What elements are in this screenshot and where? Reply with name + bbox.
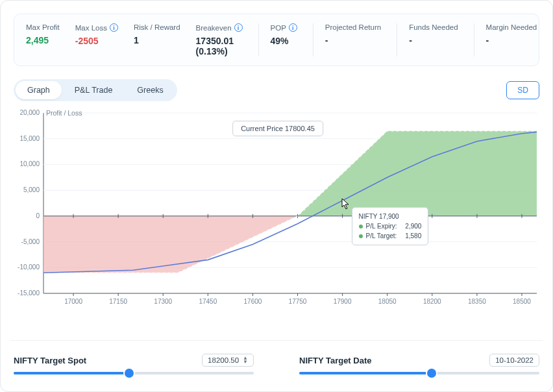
chart-svg: -15,000-10,000-5,00005,00010,00015,00020… bbox=[16, 109, 541, 310]
tab-graph[interactable]: Graph bbox=[16, 81, 62, 99]
svg-text:18350: 18350 bbox=[468, 298, 486, 305]
svg-text:17150: 17150 bbox=[109, 298, 127, 305]
metric-value: 2,495 bbox=[26, 35, 60, 45]
svg-text:-10,000: -10,000 bbox=[18, 263, 40, 271]
info-icon[interactable]: i bbox=[110, 23, 118, 32]
metric-funds-needed: Funds Needed - bbox=[397, 23, 473, 56]
chart-y-label: Profit / Loss bbox=[46, 109, 82, 117]
tabs: Graph P&L Trade Greeks bbox=[14, 79, 177, 101]
svg-text:-5,000: -5,000 bbox=[21, 238, 40, 245]
svg-text:18500: 18500 bbox=[513, 298, 531, 305]
sd-button[interactable]: SD bbox=[506, 81, 539, 99]
metric-label: POP i bbox=[271, 23, 297, 32]
metric-value: - bbox=[409, 35, 458, 45]
metric-label: Margin Needed bbox=[486, 23, 537, 31]
metric-label: Max Loss i bbox=[75, 23, 118, 32]
svg-text:17000: 17000 bbox=[64, 298, 82, 305]
svg-text:20,000: 20,000 bbox=[19, 109, 40, 116]
target-date-input[interactable]: 10-10-2022 bbox=[489, 354, 539, 367]
metric-value: - bbox=[486, 35, 537, 45]
tooltip-underlying: NIFTY 17,900 bbox=[359, 212, 422, 221]
metric-label: Max Profit bbox=[26, 23, 60, 31]
metrics-bar: Max Profit 2,495 Max Loss i -2505 Risk /… bbox=[14, 14, 539, 66]
slider-label: NIFTY Target Date bbox=[299, 356, 371, 365]
tab-greeks[interactable]: Greeks bbox=[125, 81, 175, 99]
slider-thumb[interactable] bbox=[427, 369, 436, 378]
slider-track[interactable] bbox=[14, 372, 254, 374]
info-icon[interactable]: i bbox=[289, 23, 297, 32]
svg-text:17600: 17600 bbox=[244, 298, 262, 305]
current-price-tag: Current Price 17800.45 bbox=[232, 121, 323, 136]
svg-text:0: 0 bbox=[36, 212, 40, 219]
slider-thumb[interactable] bbox=[125, 369, 134, 378]
metric-value: 49% bbox=[271, 36, 297, 46]
svg-text:17900: 17900 bbox=[334, 298, 352, 305]
target-spot-input[interactable]: 18200.50 ▲▼ bbox=[202, 354, 254, 367]
divider bbox=[10, 340, 543, 341]
svg-text:17450: 17450 bbox=[199, 298, 217, 305]
svg-text:18200: 18200 bbox=[423, 298, 441, 305]
svg-text:10,000: 10,000 bbox=[19, 160, 40, 167]
svg-text:15,000: 15,000 bbox=[19, 135, 40, 142]
metric-max-profit: Max Profit 2,495 bbox=[26, 23, 75, 56]
slider-track[interactable] bbox=[299, 372, 539, 374]
tab-pnl-trade[interactable]: P&L Trade bbox=[63, 81, 125, 99]
metric-label: Funds Needed bbox=[409, 23, 458, 31]
payoff-chart[interactable]: Profit / Loss Current Price 17800.45 -15… bbox=[16, 109, 539, 317]
metric-label: Breakeven i bbox=[196, 23, 243, 32]
svg-text:17750: 17750 bbox=[289, 298, 307, 305]
metric-margin-needed: Margin Needed - bbox=[474, 23, 537, 56]
metric-max-loss: Max Loss i -2505 bbox=[75, 23, 134, 56]
metric-value: 17350.01 (0.13%) bbox=[196, 36, 243, 56]
metric-value: -2505 bbox=[75, 36, 118, 46]
svg-text:17300: 17300 bbox=[154, 298, 172, 305]
slider-target-spot: NIFTY Target Spot 18200.50 ▲▼ bbox=[14, 354, 254, 374]
metric-value: - bbox=[325, 35, 381, 45]
stepper-icon[interactable]: ▲▼ bbox=[243, 356, 248, 364]
metric-breakeven: Breakeven i 17350.01 (0.13%) bbox=[196, 23, 258, 56]
metric-pop: POP i 49% bbox=[258, 23, 313, 56]
slider-label: NIFTY Target Spot bbox=[14, 356, 86, 365]
metric-projected-return: Projected Return - bbox=[313, 23, 397, 56]
svg-text:18050: 18050 bbox=[378, 298, 397, 305]
info-icon[interactable]: i bbox=[234, 23, 243, 32]
metric-label: Projected Return bbox=[325, 23, 381, 31]
svg-text:5,000: 5,000 bbox=[23, 186, 40, 193]
chart-tooltip: NIFTY 17,900 P/L Expiry: 2,900 P/L Targe… bbox=[352, 207, 429, 245]
metric-risk-reward: Risk / Reward 1 bbox=[134, 23, 196, 56]
svg-text:-15,000: -15,000 bbox=[18, 289, 40, 297]
slider-target-date: NIFTY Target Date 10-10-2022 bbox=[299, 354, 539, 374]
metric-value: 1 bbox=[134, 35, 180, 45]
metric-label: Risk / Reward bbox=[134, 23, 180, 31]
